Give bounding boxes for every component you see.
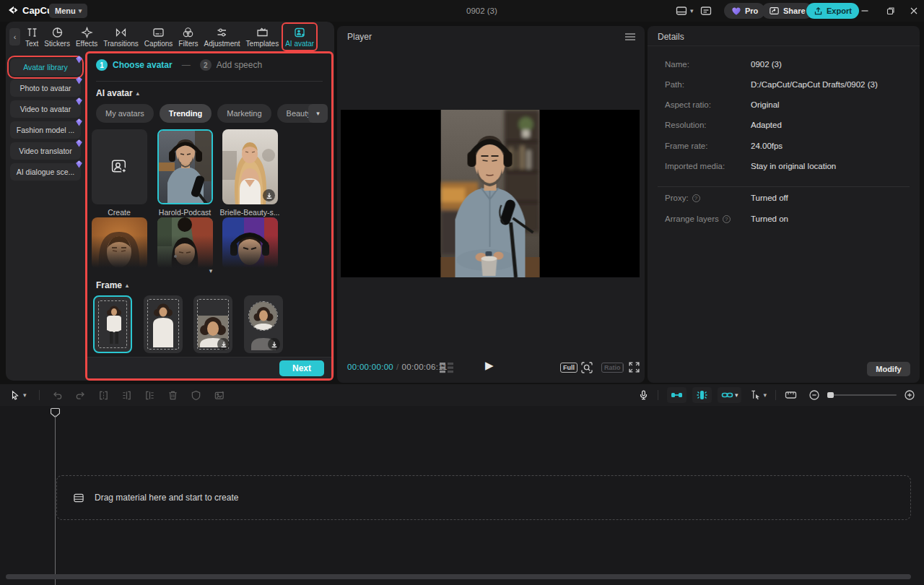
tab-templates[interactable]: Templates [243,22,282,51]
restore-button[interactable] [885,5,897,17]
details-panel: Details Name: 0902 (3) Path: D:/CapCut/C… [648,26,920,383]
category-more-button[interactable]: ▾ [308,104,328,123]
step-2-label[interactable]: Add speech [217,60,262,70]
link-toggle[interactable]: ▾ [718,387,742,403]
chevron-down-icon: ▾ [209,267,213,274]
titlebar: CapCut Menu ▾ 0902 (3) ▾ Pro Share [0,0,924,22]
undo-button[interactable] [52,390,63,401]
download-icon [217,338,230,350]
sidebar-item-avatar-library[interactable]: Avatar library [10,58,81,76]
export-frame-button[interactable] [214,390,225,401]
sidebar-item-ai-dialogue-scene[interactable]: AI dialogue sce... [10,163,81,181]
help-icon[interactable]: ? [723,215,731,223]
chevron-down-icon: ▾ [735,392,738,399]
category-tab-my-avatars[interactable]: My avatars [96,104,154,123]
video-stage[interactable] [341,110,640,277]
gem-icon [75,98,83,105]
horizontal-scrollbar[interactable] [6,574,911,579]
pro-button[interactable]: Pro [724,3,765,19]
avatar-card-brielle-beauty[interactable] [222,129,278,204]
collapse-panel-button[interactable]: ‹ [9,28,20,46]
close-button[interactable] [908,5,920,17]
detail-label: Path: [665,80,684,89]
gem-icon [75,118,83,126]
mask-button[interactable] [191,390,201,401]
export-button[interactable]: Export [806,3,859,19]
create-avatar-card[interactable] [92,129,147,204]
avatar-card-bun-hair[interactable] [157,217,213,269]
category-tab-beauty[interactable]: Beauty [277,104,313,123]
auto-preview-toggle[interactable] [692,387,712,403]
zoom-out-button[interactable] [808,389,820,401]
frame-card-close-up[interactable] [193,295,232,353]
minimize-button[interactable] [859,5,871,17]
share-button[interactable]: Share [762,3,813,19]
tab-transitions[interactable]: Transitions [100,22,141,51]
redo-button[interactable] [75,390,86,401]
tab-effects[interactable]: Effects [73,22,100,51]
modify-button[interactable]: Modify [867,362,910,376]
sidebar-item-video-translator[interactable]: Video translator [10,142,81,160]
player-menu-icon[interactable] [624,32,636,42]
layout-toggle-button[interactable]: ▾ [675,4,694,18]
player-title: Player [347,32,372,42]
next-button[interactable]: Next [279,360,324,376]
tab-filters[interactable]: Filters [175,22,201,51]
media-drop-zone[interactable]: Drag material here and start to create [56,475,911,520]
tab-ai-avatar[interactable]: AI avatar [282,22,318,51]
magnetic-snap-toggle[interactable] [667,387,687,403]
panel-adjust-button[interactable] [699,4,712,18]
frame-card-half-body[interactable] [144,295,183,353]
detail-label-arrange-layers: Arrange layers ? [665,214,731,223]
expand-avatars-button[interactable]: ▾ [201,266,221,276]
avatar-card-gamer[interactable] [222,217,278,269]
menu-button[interactable]: Menu ▾ [49,4,87,18]
preview-cursor-button[interactable]: ▾ [750,389,767,401]
focus-frame-icon[interactable] [580,361,593,374]
download-icon [263,189,275,202]
full-preview-button[interactable]: Full [560,363,578,373]
play-button[interactable]: ▶ [485,359,494,372]
zoom-in-button[interactable] [904,389,915,401]
timeline-zoom-slider[interactable] [827,394,897,396]
timeline-area[interactable]: Drag material here and start to create [0,406,924,585]
wizard-steps: 1 Choose avatar — 2 Add speech [96,59,262,71]
category-tabs: My avatars Trending Marketing Beauty C [96,104,313,123]
fullscreen-icon[interactable] [628,361,640,373]
ai-avatar-section-header[interactable]: AI avatar ▴ [96,88,139,98]
share-icon [769,6,780,16]
ratio-button[interactable]: Ratio [601,363,624,373]
frame-card-full-body[interactable] [93,295,132,353]
frame-card-circle-frame[interactable] [244,295,283,353]
frame-section-header[interactable]: Frame ▴ [96,280,128,290]
frame-person [249,302,278,331]
sidebar-item-video-to-avatar[interactable]: Video to avatar [10,100,81,118]
gem-icon [75,139,83,147]
export-icon [814,6,823,16]
drop-hint-text: Drag material here and start to create [95,493,238,503]
avatar-photo-harold [159,131,212,204]
panel-footer: Next [87,357,331,378]
delete-left-button[interactable] [121,390,132,401]
record-voiceover-button[interactable] [638,389,649,401]
tab-text[interactable]: Text [22,22,41,51]
avatar-card-warm-closeup[interactable] [92,217,147,269]
sidebar-item-fashion-model[interactable]: Fashion model ... [10,121,81,139]
help-icon[interactable]: ? [692,194,700,202]
avatar-card-harold-podcast[interactable] [157,129,213,204]
split-button[interactable] [98,390,109,401]
delete-right-button[interactable] [144,390,155,401]
tab-adjustment[interactable]: Adjustment [201,22,243,51]
zoom-slider-handle[interactable] [827,392,834,398]
divider [658,390,658,400]
frame-view-icon[interactable] [439,363,456,373]
category-tab-trending[interactable]: Trending [160,104,212,123]
delete-button[interactable] [167,390,178,401]
select-tool-button[interactable]: ▾ [10,390,27,401]
timeline-scale-button[interactable] [785,389,797,401]
frame-guide [147,299,179,350]
category-tab-marketing[interactable]: Marketing [217,104,271,123]
tab-captions[interactable]: Captions [141,22,175,51]
tab-stickers[interactable]: Stickers [41,22,73,51]
sidebar-item-photo-to-avatar[interactable]: Photo to avatar [10,79,81,97]
